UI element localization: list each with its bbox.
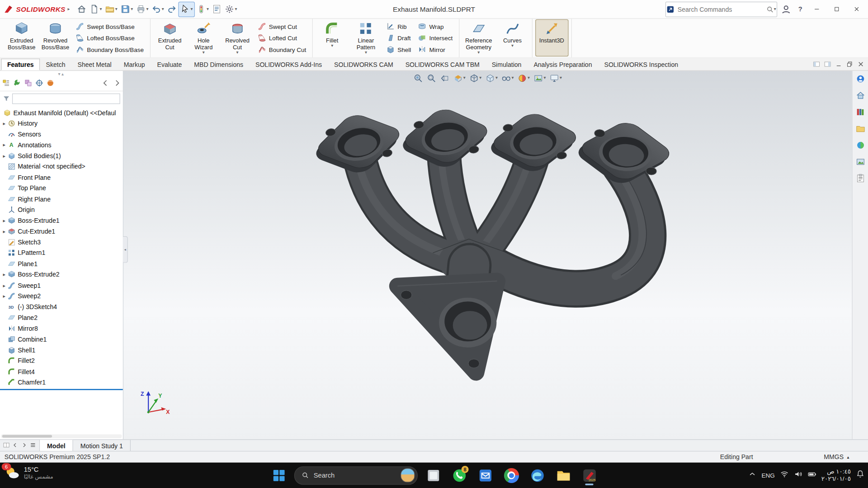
tab-analysis-preparation[interactable]: Analysis Preparation bbox=[528, 59, 598, 70]
select-button[interactable]: ▾ bbox=[179, 1, 195, 17]
taskbar-app-solidworks[interactable]: 2025 bbox=[579, 465, 600, 486]
dropdown-arrow-icon[interactable]: ▾ bbox=[479, 76, 481, 80]
ribbon-button-wrap[interactable]: Wrap bbox=[416, 21, 455, 32]
commands-tile-icon[interactable] bbox=[666, 5, 674, 13]
search-commands-input[interactable] bbox=[676, 5, 766, 13]
file-properties-button[interactable] bbox=[211, 2, 223, 16]
taskbar-app-file-explorer[interactable] bbox=[553, 465, 574, 486]
language-indicator[interactable]: ENG bbox=[762, 472, 775, 479]
flange-3[interactable] bbox=[481, 106, 586, 179]
dropdown-arrow-icon[interactable]: ▾ bbox=[463, 76, 466, 80]
tree-item-boss-extrude2[interactable]: ▸Boss-Extrude2 bbox=[0, 269, 123, 280]
tree-item-solid-bodies-1[interactable]: ▸Solid Bodies(1) bbox=[0, 150, 123, 161]
notification-center-button[interactable] bbox=[856, 470, 865, 481]
task-pane-file-explorer2[interactable] bbox=[855, 124, 865, 136]
taskbar-search-box[interactable]: Search bbox=[294, 466, 418, 484]
tree-item-cut-extrude1[interactable]: ▸Cut-Extrude1 bbox=[0, 226, 123, 237]
task-pane-appearances[interactable] bbox=[855, 141, 865, 152]
taskbar-app-edge[interactable] bbox=[527, 465, 548, 486]
model-exhaust-manifold[interactable]: Z Y X bbox=[123, 70, 853, 440]
taskbar-app-whatsapp[interactable]: 8 bbox=[448, 465, 470, 486]
clock[interactable]: ١٠:٤٥ ص٢٠٢٦/٠١/٠٥ bbox=[821, 468, 851, 483]
expand-arrow-icon[interactable]: ▸ bbox=[1, 282, 7, 288]
rebuild-button[interactable]: ▾ bbox=[195, 2, 210, 16]
tab-markup[interactable]: Markup bbox=[118, 59, 151, 70]
tree-item-plane2[interactable]: Plane2 bbox=[0, 312, 123, 323]
ribbon-button-extruded-boss-base[interactable]: ExtrudedBoss/Base bbox=[5, 19, 38, 56]
taskbar-app-chrome[interactable] bbox=[501, 465, 522, 486]
dropdown-arrow-icon[interactable]: ▾ bbox=[146, 7, 148, 11]
ribbon-button-boundary-cut[interactable]: Boundary Cut bbox=[255, 44, 308, 55]
tray-volume[interactable] bbox=[793, 470, 802, 481]
help-icon[interactable]: ? bbox=[795, 4, 805, 14]
expand-arrow-icon[interactable]: ▸ bbox=[1, 121, 7, 126]
dropdown-arrow-icon[interactable]: ▾ bbox=[190, 7, 193, 11]
manager-tab-configman[interactable] bbox=[24, 79, 33, 89]
units-dropdown-icon[interactable]: ▴ bbox=[847, 455, 849, 460]
tab-simulation[interactable]: Simulation bbox=[486, 59, 528, 70]
ribbon-button-mirror[interactable]: Mirror bbox=[416, 44, 455, 55]
dropdown-arrow-icon[interactable]: ▾ bbox=[477, 50, 480, 55]
options-button[interactable]: ▾ bbox=[223, 2, 239, 16]
doc-restore-button[interactable] bbox=[846, 60, 854, 70]
tree-item-3dsketch4[interactable]: 3D(-) 3DSketch4 bbox=[0, 301, 123, 312]
task-pane-home2[interactable] bbox=[855, 91, 865, 103]
ribbon-button-fillet[interactable]: Fillet▾ bbox=[316, 19, 349, 56]
dropdown-arrow-icon[interactable]: ▾ bbox=[115, 7, 118, 11]
manager-tab-dimxpert[interactable] bbox=[35, 79, 44, 89]
view-orientation-button[interactable]: ▾ bbox=[469, 72, 482, 83]
dropdown-arrow-icon[interactable]: ▾ bbox=[331, 44, 333, 48]
dropdown-arrow-icon[interactable]: ▾ bbox=[203, 50, 205, 55]
search-dropdown-icon[interactable]: ▾ bbox=[774, 7, 776, 11]
tree-item-fillet4[interactable]: Fillet4 bbox=[0, 366, 123, 377]
hide-show-items-button[interactable]: ▾ bbox=[501, 72, 514, 83]
manager-tab-displayman[interactable] bbox=[46, 79, 55, 89]
previous-view-button[interactable] bbox=[439, 72, 450, 83]
dropdown-arrow-icon[interactable]: ▾ bbox=[528, 76, 530, 80]
task-pane-design-library[interactable] bbox=[855, 108, 865, 119]
display-style-button[interactable]: ▾ bbox=[485, 72, 498, 83]
tree-item-sweep2[interactable]: ▸Sweep2 bbox=[0, 291, 123, 301]
ribbon-button-reference-geometry[interactable]: ReferenceGeometry▾ bbox=[462, 19, 495, 56]
tree-item-origin[interactable]: Origin bbox=[0, 204, 123, 215]
doc-close-button[interactable] bbox=[857, 60, 865, 70]
dropdown-arrow-icon[interactable]: ▾ bbox=[131, 7, 133, 11]
flange-2[interactable] bbox=[391, 99, 499, 177]
expand-arrow-icon[interactable]: ▸ bbox=[1, 293, 7, 299]
ribbon-button-curves[interactable]: Curves▾ bbox=[496, 19, 529, 56]
ribbon-button-linear-pattern[interactable]: LinearPattern▾ bbox=[349, 19, 382, 56]
tree-item-material-not-specified[interactable]: Material <not specified> bbox=[0, 161, 123, 172]
outlet-flange[interactable] bbox=[397, 281, 497, 372]
panel-horizontal-scrollbar[interactable] bbox=[1, 434, 122, 438]
tab-list-button[interactable] bbox=[29, 441, 37, 450]
dropdown-arrow-icon[interactable]: ▾ bbox=[207, 7, 209, 11]
ribbon-button-swept-cut[interactable]: Swept Cut bbox=[255, 21, 308, 32]
manager-tabs-next-button[interactable] bbox=[113, 79, 122, 89]
tree-item-history[interactable]: ▸History bbox=[0, 118, 123, 129]
tree-root-item[interactable]: Exhaust Manifold (Default) <<Defaul bbox=[0, 108, 123, 118]
tray-battery[interactable] bbox=[807, 470, 816, 481]
expand-arrow-icon[interactable]: ▸ bbox=[1, 218, 7, 223]
dropdown-arrow-icon[interactable]: ▾ bbox=[162, 7, 164, 11]
manager-tabs-prev-button[interactable] bbox=[101, 79, 110, 89]
tab-mbd-dimensions[interactable]: MBD Dimensions bbox=[188, 59, 250, 70]
tree-item-front-plane[interactable]: Front Plane bbox=[0, 172, 123, 183]
ribbon-button-revolved-boss-base[interactable]: RevolvedBoss/Base bbox=[39, 19, 72, 56]
tree-item-shell1[interactable]: Shell1 bbox=[0, 345, 123, 356]
tab-prev-button[interactable] bbox=[12, 441, 19, 450]
open-document-button[interactable]: ▾ bbox=[104, 2, 119, 16]
ribbon-button-lofted-boss-base[interactable]: Lofted Boss/Base bbox=[74, 33, 146, 43]
rollback-bar[interactable] bbox=[0, 389, 123, 390]
tree-item-sensors[interactable]: Sensors bbox=[0, 129, 123, 140]
minimize-button[interactable] bbox=[808, 0, 825, 18]
flange-4[interactable] bbox=[568, 116, 679, 191]
zoom-to-fit-button[interactable] bbox=[413, 72, 423, 83]
ribbon-button-instant3d[interactable]: Instant3D bbox=[535, 19, 568, 56]
split-pane-button[interactable] bbox=[3, 441, 10, 450]
tree-item-boss-extrude1[interactable]: ▸Boss-Extrude1 bbox=[0, 215, 123, 226]
task-pane-scenes2[interactable] bbox=[855, 157, 865, 169]
ribbon-button-intersect[interactable]: Intersect bbox=[416, 33, 455, 43]
home-button[interactable] bbox=[75, 2, 88, 16]
new-document-button[interactable]: ▾ bbox=[88, 2, 104, 16]
view-settings-button[interactable]: ▾ bbox=[549, 72, 562, 83]
